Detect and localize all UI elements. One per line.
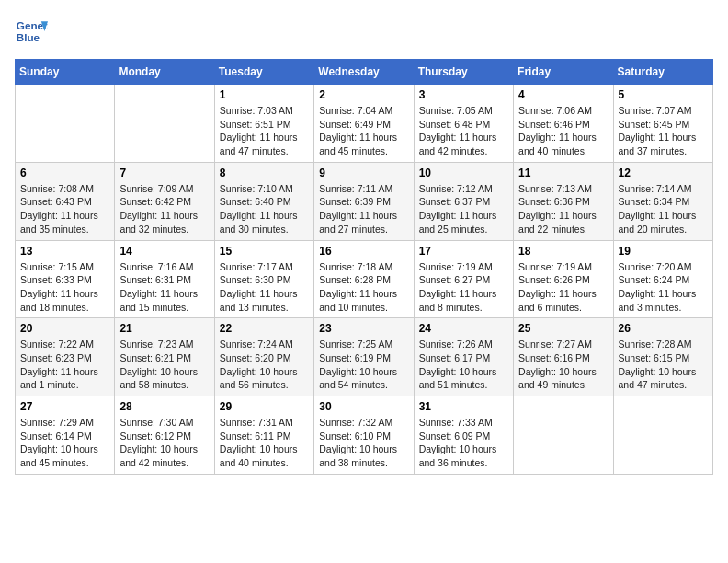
day-number: 8 <box>220 167 309 179</box>
calendar-cell: 26Sunrise: 7:28 AM Sunset: 6:15 PM Dayli… <box>613 318 712 396</box>
calendar-cell: 3Sunrise: 7:05 AM Sunset: 6:48 PM Daylig… <box>414 85 513 163</box>
day-number: 25 <box>518 322 608 335</box>
calendar-header-monday: Monday <box>115 60 214 85</box>
day-info: Sunrise: 7:22 AM Sunset: 6:23 PM Dayligh… <box>20 338 109 392</box>
calendar-header-row: SundayMondayTuesdayWednesdayThursdayFrid… <box>16 60 713 85</box>
day-info: Sunrise: 7:27 AM Sunset: 6:16 PM Dayligh… <box>518 338 608 392</box>
day-number: 19 <box>619 245 708 258</box>
day-info: Sunrise: 7:11 AM Sunset: 6:39 PM Dayligh… <box>319 182 408 236</box>
calendar-cell: 22Sunrise: 7:24 AM Sunset: 6:20 PM Dayli… <box>214 318 313 396</box>
calendar-cell <box>613 396 712 475</box>
calendar-cell: 9Sunrise: 7:11 AM Sunset: 6:39 PM Daylig… <box>314 162 414 240</box>
calendar: SundayMondayTuesdayWednesdayThursdayFrid… <box>15 59 713 475</box>
day-info: Sunrise: 7:09 AM Sunset: 6:42 PM Dayligh… <box>119 182 209 236</box>
calendar-cell: 31Sunrise: 7:33 AM Sunset: 6:09 PM Dayli… <box>414 396 513 475</box>
calendar-week-4: 27Sunrise: 7:29 AM Sunset: 6:14 PM Dayli… <box>16 396 713 475</box>
day-number: 31 <box>419 400 508 413</box>
calendar-cell: 19Sunrise: 7:20 AM Sunset: 6:24 PM Dayli… <box>613 240 712 318</box>
calendar-header-saturday: Saturday <box>613 60 712 85</box>
calendar-cell <box>115 85 214 163</box>
day-info: Sunrise: 7:32 AM Sunset: 6:10 PM Dayligh… <box>319 416 408 470</box>
calendar-cell: 30Sunrise: 7:32 AM Sunset: 6:10 PM Dayli… <box>314 396 414 475</box>
day-number: 5 <box>619 88 708 101</box>
calendar-week-0: 1Sunrise: 7:03 AM Sunset: 6:51 PM Daylig… <box>16 85 713 163</box>
calendar-cell: 7Sunrise: 7:09 AM Sunset: 6:42 PM Daylig… <box>115 162 214 240</box>
day-number: 26 <box>619 322 708 335</box>
day-info: Sunrise: 7:14 AM Sunset: 6:34 PM Dayligh… <box>619 182 708 236</box>
day-info: Sunrise: 7:04 AM Sunset: 6:49 PM Dayligh… <box>319 104 408 158</box>
calendar-header-wednesday: Wednesday <box>314 60 414 85</box>
calendar-cell: 29Sunrise: 7:31 AM Sunset: 6:11 PM Dayli… <box>214 396 313 475</box>
calendar-week-1: 6Sunrise: 7:08 AM Sunset: 6:43 PM Daylig… <box>16 162 713 240</box>
day-info: Sunrise: 7:15 AM Sunset: 6:33 PM Dayligh… <box>20 260 109 315</box>
day-info: Sunrise: 7:19 AM Sunset: 6:27 PM Dayligh… <box>419 260 508 315</box>
calendar-cell: 28Sunrise: 7:30 AM Sunset: 6:12 PM Dayli… <box>115 396 214 475</box>
calendar-cell: 6Sunrise: 7:08 AM Sunset: 6:43 PM Daylig… <box>16 162 115 240</box>
calendar-cell: 1Sunrise: 7:03 AM Sunset: 6:51 PM Daylig… <box>214 85 313 163</box>
day-info: Sunrise: 7:29 AM Sunset: 6:14 PM Dayligh… <box>20 416 109 470</box>
logo-icon: General Blue <box>15 15 48 48</box>
calendar-cell: 23Sunrise: 7:25 AM Sunset: 6:19 PM Dayli… <box>314 318 414 396</box>
day-info: Sunrise: 7:17 AM Sunset: 6:30 PM Dayligh… <box>220 260 309 315</box>
calendar-header-friday: Friday <box>514 60 613 85</box>
day-info: Sunrise: 7:13 AM Sunset: 6:36 PM Dayligh… <box>518 182 608 236</box>
calendar-cell: 2Sunrise: 7:04 AM Sunset: 6:49 PM Daylig… <box>314 85 414 163</box>
day-number: 10 <box>419 167 508 179</box>
svg-text:Blue: Blue <box>17 31 40 43</box>
calendar-cell: 11Sunrise: 7:13 AM Sunset: 6:36 PM Dayli… <box>514 162 613 240</box>
calendar-cell: 20Sunrise: 7:22 AM Sunset: 6:23 PM Dayli… <box>16 318 115 396</box>
calendar-header-tuesday: Tuesday <box>214 60 313 85</box>
day-info: Sunrise: 7:24 AM Sunset: 6:20 PM Dayligh… <box>220 338 309 392</box>
day-info: Sunrise: 7:07 AM Sunset: 6:45 PM Dayligh… <box>619 104 708 158</box>
calendar-cell: 27Sunrise: 7:29 AM Sunset: 6:14 PM Dayli… <box>16 396 115 475</box>
day-info: Sunrise: 7:28 AM Sunset: 6:15 PM Dayligh… <box>619 338 708 392</box>
day-number: 7 <box>119 167 209 179</box>
calendar-cell: 4Sunrise: 7:06 AM Sunset: 6:46 PM Daylig… <box>514 85 613 163</box>
day-info: Sunrise: 7:12 AM Sunset: 6:37 PM Dayligh… <box>419 182 508 236</box>
day-info: Sunrise: 7:05 AM Sunset: 6:48 PM Dayligh… <box>419 104 508 158</box>
day-number: 29 <box>220 400 309 413</box>
calendar-cell: 12Sunrise: 7:14 AM Sunset: 6:34 PM Dayli… <box>613 162 712 240</box>
day-number: 11 <box>518 167 608 179</box>
day-number: 1 <box>220 88 309 101</box>
calendar-cell: 21Sunrise: 7:23 AM Sunset: 6:21 PM Dayli… <box>115 318 214 396</box>
day-number: 20 <box>20 322 109 335</box>
calendar-cell: 13Sunrise: 7:15 AM Sunset: 6:33 PM Dayli… <box>16 240 115 318</box>
day-number: 2 <box>319 88 408 101</box>
calendar-cell: 16Sunrise: 7:18 AM Sunset: 6:28 PM Dayli… <box>314 240 414 318</box>
calendar-cell: 8Sunrise: 7:10 AM Sunset: 6:40 PM Daylig… <box>214 162 313 240</box>
day-number: 13 <box>20 245 109 258</box>
calendar-header-sunday: Sunday <box>16 60 115 85</box>
day-number: 30 <box>319 400 408 413</box>
calendar-cell: 24Sunrise: 7:26 AM Sunset: 6:17 PM Dayli… <box>414 318 513 396</box>
day-number: 27 <box>20 400 109 413</box>
day-number: 15 <box>220 245 309 258</box>
day-number: 4 <box>518 88 608 101</box>
calendar-cell: 5Sunrise: 7:07 AM Sunset: 6:45 PM Daylig… <box>613 85 712 163</box>
calendar-header-thursday: Thursday <box>414 60 513 85</box>
logo: General Blue <box>15 15 48 48</box>
day-number: 3 <box>419 88 508 101</box>
calendar-week-3: 20Sunrise: 7:22 AM Sunset: 6:23 PM Dayli… <box>16 318 713 396</box>
day-number: 12 <box>619 167 708 179</box>
day-info: Sunrise: 7:18 AM Sunset: 6:28 PM Dayligh… <box>319 260 408 315</box>
day-number: 18 <box>518 245 608 258</box>
day-info: Sunrise: 7:20 AM Sunset: 6:24 PM Dayligh… <box>619 260 708 315</box>
day-info: Sunrise: 7:08 AM Sunset: 6:43 PM Dayligh… <box>20 182 109 236</box>
day-number: 6 <box>20 167 109 179</box>
calendar-week-2: 13Sunrise: 7:15 AM Sunset: 6:33 PM Dayli… <box>16 240 713 318</box>
day-number: 24 <box>419 322 508 335</box>
day-info: Sunrise: 7:23 AM Sunset: 6:21 PM Dayligh… <box>119 338 209 392</box>
day-number: 28 <box>119 400 209 413</box>
day-info: Sunrise: 7:33 AM Sunset: 6:09 PM Dayligh… <box>419 416 508 470</box>
day-info: Sunrise: 7:30 AM Sunset: 6:12 PM Dayligh… <box>119 416 209 470</box>
day-number: 23 <box>319 322 408 335</box>
header: General Blue <box>15 15 713 48</box>
calendar-cell: 25Sunrise: 7:27 AM Sunset: 6:16 PM Dayli… <box>514 318 613 396</box>
calendar-cell: 15Sunrise: 7:17 AM Sunset: 6:30 PM Dayli… <box>214 240 313 318</box>
day-number: 9 <box>319 167 408 179</box>
day-info: Sunrise: 7:31 AM Sunset: 6:11 PM Dayligh… <box>220 416 309 470</box>
day-number: 21 <box>119 322 209 335</box>
day-info: Sunrise: 7:10 AM Sunset: 6:40 PM Dayligh… <box>220 182 309 236</box>
day-info: Sunrise: 7:16 AM Sunset: 6:31 PM Dayligh… <box>119 260 209 315</box>
